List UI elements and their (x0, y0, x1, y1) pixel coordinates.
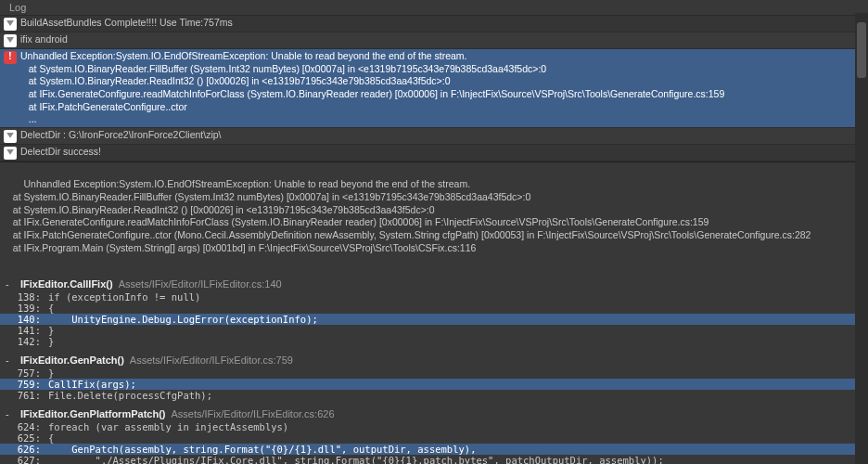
line-number: 140: (11, 314, 48, 325)
code-line[interactable]: 627: "./Assets/Plugins/IFix.Core.dll", s… (0, 455, 855, 464)
info-icon (4, 18, 17, 31)
trace-file: Assets/IFix/Editor/ILFixEditor.cs:759 (130, 354, 293, 366)
line-number: 757: (11, 367, 48, 379)
caret-icon: - (6, 354, 15, 366)
log-entry-text: BuildAssetBundles Complete!!!! Use Time:… (20, 17, 853, 30)
log-entry[interactable]: Unhandled Exception:System.IO.EndOfStrea… (0, 49, 855, 128)
line-source: } (48, 325, 855, 336)
code-line[interactable]: 626: GenPatch(assembly, string.Format("{… (0, 444, 855, 455)
log-entry-text: DelectDir success! (20, 146, 853, 159)
line-source: } (48, 336, 855, 347)
code-line[interactable]: 757:} (0, 367, 855, 379)
trace-section: -IFixEditor.CallIFix()Assets/IFix/Editor… (0, 277, 855, 347)
trace-header[interactable]: -IFixEditor.GenPatch()Assets/IFix/Editor… (0, 353, 855, 367)
log-entry[interactable]: DelectDir success! (0, 145, 855, 161)
code-line[interactable]: 139:{ (0, 303, 855, 314)
trace-header[interactable]: -IFixEditor.GenPlatformPatch()Assets/IFi… (0, 406, 855, 421)
log-entry-text: ifix android (20, 33, 853, 46)
header-title: Log (9, 2, 26, 13)
scrollbar[interactable] (855, 13, 868, 464)
caret-icon: - (6, 408, 15, 419)
code-line[interactable]: 761:File.Delete(processCfgPath); (0, 390, 855, 401)
info-icon (4, 130, 17, 143)
console-header: Log (0, 0, 855, 16)
scroll-thumb[interactable] (857, 22, 866, 78)
line-number: 138: (11, 291, 48, 303)
code-line[interactable]: 138:if (exceptionInfo != null) (0, 291, 855, 303)
line-number: 142: (11, 336, 48, 347)
line-source: UnityEngine.Debug.LogError(exceptionInfo… (48, 314, 855, 325)
log-entry-text: DelectDir : G:\IronForce2\IronForce2Clie… (20, 129, 853, 142)
line-number: 627: (11, 455, 48, 464)
trace-method: IFixEditor.GenPatch() (20, 354, 124, 366)
code-line[interactable]: 624:foreach (var assembly in injectAssem… (0, 421, 855, 432)
code-line[interactable]: 759:CallIFix(args); (0, 379, 855, 390)
line-number: 625: (11, 432, 48, 444)
trace-method: IFixEditor.CallIFix() (20, 278, 113, 290)
line-source: foreach (var assembly in injectAssemblys… (48, 421, 855, 432)
error-icon (4, 51, 17, 64)
line-source: { (48, 432, 855, 444)
line-source: GenPatch(assembly, string.Format("{0}/{1… (48, 444, 855, 455)
code-line[interactable]: 141:} (0, 325, 855, 336)
trace-header[interactable]: -IFixEditor.CallIFix()Assets/IFix/Editor… (0, 277, 855, 291)
trace-file: Assets/IFix/Editor/ILFixEditor.cs:626 (171, 408, 334, 419)
line-number: 759: (11, 379, 48, 390)
line-source: { (48, 303, 855, 314)
detail-pane: Unhandled Exception:System.IO.EndOfStrea… (0, 161, 855, 271)
trace-file: Assets/IFix/Editor/ILFixEditor.cs:140 (119, 278, 282, 290)
log-entry[interactable]: BuildAssetBundles Complete!!!! Use Time:… (0, 16, 855, 32)
line-number: 761: (11, 390, 48, 401)
log-entry[interactable]: ifix android (0, 32, 855, 49)
line-source: if (exceptionInfo != null) (48, 291, 855, 303)
line-source: "./Assets/Plugins/IFix.Core.dll", string… (48, 455, 855, 464)
line-source: CallIFix(args); (48, 379, 855, 390)
code-line[interactable]: 140: UnityEngine.Debug.LogError(exceptio… (0, 314, 855, 325)
line-number: 141: (11, 325, 48, 336)
trace-section: -IFixEditor.GenPatch()Assets/IFix/Editor… (0, 353, 855, 401)
line-number: 139: (11, 303, 48, 314)
info-icon (4, 147, 17, 160)
line-source: File.Delete(processCfgPath); (48, 390, 855, 401)
line-number: 624: (11, 421, 48, 432)
log-list: BuildAssetBundles Complete!!!! Use Time:… (0, 16, 855, 161)
code-line[interactable]: 142:} (0, 336, 855, 347)
log-entry-text: Unhandled Exception:System.IO.EndOfStrea… (20, 50, 853, 126)
code-line[interactable]: 625:{ (0, 432, 855, 444)
trace-method: IFixEditor.GenPlatformPatch() (20, 408, 165, 419)
caret-icon: - (6, 278, 15, 290)
line-number: 626: (11, 444, 48, 455)
trace-section: -IFixEditor.GenPlatformPatch()Assets/IFi… (0, 406, 855, 464)
info-icon (4, 34, 17, 47)
line-source: } (48, 367, 855, 379)
detail-text: Unhandled Exception:System.IO.EndOfStrea… (7, 178, 811, 252)
stack-trace-list: -IFixEditor.CallIFix()Assets/IFix/Editor… (0, 277, 855, 464)
log-entry[interactable]: DelectDir : G:\IronForce2\IronForce2Clie… (0, 128, 855, 145)
